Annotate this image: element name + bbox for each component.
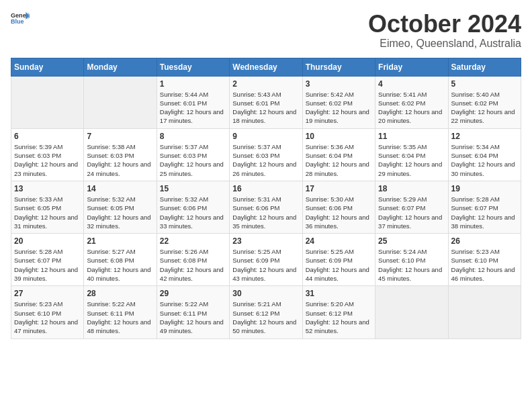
- calendar-cell: 20Sunrise: 5:28 AM Sunset: 6:07 PM Dayli…: [11, 234, 84, 286]
- day-number: 26: [451, 236, 518, 246]
- day-detail: Sunrise: 5:35 AM Sunset: 6:04 PM Dayligh…: [378, 142, 445, 178]
- calendar-cell: 15Sunrise: 5:32 AM Sunset: 6:06 PM Dayli…: [157, 181, 229, 233]
- day-detail: Sunrise: 5:36 AM Sunset: 6:04 PM Dayligh…: [306, 142, 372, 178]
- day-number: 30: [232, 289, 299, 298]
- day-detail: Sunrise: 5:27 AM Sunset: 6:08 PM Dayligh…: [87, 247, 153, 283]
- calendar-cell: 23Sunrise: 5:25 AM Sunset: 6:09 PM Dayli…: [230, 234, 302, 286]
- weekday-header-wednesday: Wednesday: [230, 58, 302, 76]
- calendar-cell: 11Sunrise: 5:35 AM Sunset: 6:04 PM Dayli…: [375, 128, 448, 181]
- weekday-header-tuesday: Tuesday: [157, 58, 229, 76]
- weekday-header-row: SundayMondayTuesdayWednesdayThursdayFrid…: [11, 58, 521, 76]
- day-number: 24: [306, 236, 372, 246]
- title-block: October 2024 Eimeo, Queensland, Australi…: [368, 11, 521, 50]
- calendar-week-1: 1Sunrise: 5:44 AM Sunset: 6:01 PM Daylig…: [11, 76, 521, 128]
- day-detail: Sunrise: 5:37 AM Sunset: 6:03 PM Dayligh…: [232, 142, 299, 178]
- day-detail: Sunrise: 5:24 AM Sunset: 6:10 PM Dayligh…: [378, 247, 445, 283]
- calendar-cell: 17Sunrise: 5:30 AM Sunset: 6:06 PM Dayli…: [302, 181, 375, 233]
- day-detail: Sunrise: 5:30 AM Sunset: 6:06 PM Dayligh…: [306, 195, 372, 230]
- day-detail: Sunrise: 5:26 AM Sunset: 6:08 PM Dayligh…: [160, 247, 226, 283]
- day-detail: Sunrise: 5:22 AM Sunset: 6:11 PM Dayligh…: [87, 300, 153, 335]
- calendar-cell: 21Sunrise: 5:27 AM Sunset: 6:08 PM Dayli…: [84, 234, 157, 286]
- day-number: 23: [232, 236, 299, 246]
- day-detail: Sunrise: 5:32 AM Sunset: 6:05 PM Dayligh…: [87, 195, 153, 230]
- day-number: 3: [306, 79, 372, 89]
- calendar-cell: [375, 286, 448, 338]
- calendar-week-5: 27Sunrise: 5:23 AM Sunset: 6:10 PM Dayli…: [11, 286, 521, 338]
- day-detail: Sunrise: 5:39 AM Sunset: 6:03 PM Dayligh…: [14, 142, 81, 178]
- calendar-cell: 13Sunrise: 5:33 AM Sunset: 6:05 PM Dayli…: [11, 181, 84, 233]
- day-number: 17: [306, 184, 372, 193]
- day-detail: Sunrise: 5:37 AM Sunset: 6:03 PM Dayligh…: [160, 142, 226, 178]
- day-detail: Sunrise: 5:43 AM Sunset: 6:01 PM Dayligh…: [232, 90, 299, 126]
- day-number: 19: [451, 184, 518, 193]
- day-number: 8: [160, 132, 226, 141]
- day-number: 4: [378, 79, 445, 89]
- calendar-cell: 27Sunrise: 5:23 AM Sunset: 6:10 PM Dayli…: [11, 286, 84, 338]
- calendar-cell: 18Sunrise: 5:29 AM Sunset: 6:07 PM Dayli…: [375, 181, 448, 233]
- day-number: 28: [87, 289, 153, 298]
- calendar-cell: 24Sunrise: 5:25 AM Sunset: 6:09 PM Dayli…: [302, 234, 375, 286]
- day-detail: Sunrise: 5:33 AM Sunset: 6:05 PM Dayligh…: [14, 195, 81, 230]
- location-title: Eimeo, Queensland, Australia: [368, 38, 521, 50]
- weekday-header-saturday: Saturday: [448, 58, 521, 76]
- day-number: 29: [160, 289, 226, 298]
- day-detail: Sunrise: 5:40 AM Sunset: 6:02 PM Dayligh…: [451, 90, 518, 126]
- day-number: 18: [378, 184, 445, 193]
- calendar-cell: 26Sunrise: 5:23 AM Sunset: 6:10 PM Dayli…: [448, 234, 521, 286]
- calendar-cell: 7Sunrise: 5:38 AM Sunset: 6:03 PM Daylig…: [84, 128, 157, 181]
- calendar-cell: 31Sunrise: 5:20 AM Sunset: 6:12 PM Dayli…: [302, 286, 375, 338]
- day-number: 20: [14, 236, 81, 246]
- calendar-cell: [84, 76, 157, 128]
- day-number: 2: [232, 79, 299, 89]
- calendar-week-2: 6Sunrise: 5:39 AM Sunset: 6:03 PM Daylig…: [11, 128, 521, 181]
- svg-text:Blue: Blue: [11, 18, 24, 25]
- calendar-cell: [448, 286, 521, 338]
- calendar-cell: 28Sunrise: 5:22 AM Sunset: 6:11 PM Dayli…: [84, 286, 157, 338]
- day-detail: Sunrise: 5:28 AM Sunset: 6:07 PM Dayligh…: [451, 195, 518, 230]
- calendar-cell: 22Sunrise: 5:26 AM Sunset: 6:08 PM Dayli…: [157, 234, 229, 286]
- day-detail: Sunrise: 5:34 AM Sunset: 6:04 PM Dayligh…: [451, 142, 518, 178]
- day-detail: Sunrise: 5:25 AM Sunset: 6:09 PM Dayligh…: [306, 247, 372, 283]
- calendar-cell: 16Sunrise: 5:31 AM Sunset: 6:06 PM Dayli…: [230, 181, 302, 233]
- day-detail: Sunrise: 5:22 AM Sunset: 6:11 PM Dayligh…: [160, 300, 226, 335]
- day-number: 9: [232, 132, 299, 141]
- day-number: 22: [160, 236, 226, 246]
- calendar-cell: 8Sunrise: 5:37 AM Sunset: 6:03 PM Daylig…: [157, 128, 229, 181]
- day-detail: Sunrise: 5:31 AM Sunset: 6:06 PM Dayligh…: [232, 195, 299, 230]
- calendar-cell: 4Sunrise: 5:41 AM Sunset: 6:02 PM Daylig…: [375, 76, 448, 128]
- day-detail: Sunrise: 5:32 AM Sunset: 6:06 PM Dayligh…: [160, 195, 226, 230]
- day-detail: Sunrise: 5:44 AM Sunset: 6:01 PM Dayligh…: [160, 90, 226, 126]
- calendar-cell: 10Sunrise: 5:36 AM Sunset: 6:04 PM Dayli…: [302, 128, 375, 181]
- day-number: 27: [14, 289, 81, 298]
- calendar-cell: 30Sunrise: 5:21 AM Sunset: 6:12 PM Dayli…: [230, 286, 302, 338]
- day-number: 11: [378, 132, 445, 141]
- day-number: 25: [378, 236, 445, 246]
- calendar-cell: [11, 76, 84, 128]
- day-detail: Sunrise: 5:42 AM Sunset: 6:02 PM Dayligh…: [306, 90, 372, 126]
- calendar-week-3: 13Sunrise: 5:33 AM Sunset: 6:05 PM Dayli…: [11, 181, 521, 233]
- day-number: 7: [87, 132, 153, 141]
- calendar-cell: 2Sunrise: 5:43 AM Sunset: 6:01 PM Daylig…: [230, 76, 302, 128]
- calendar-header: SundayMondayTuesdayWednesdayThursdayFrid…: [11, 58, 521, 76]
- day-number: 12: [451, 132, 518, 141]
- logo: General Blue: [11, 11, 30, 26]
- day-number: 21: [87, 236, 153, 246]
- day-number: 14: [87, 184, 153, 193]
- day-detail: Sunrise: 5:25 AM Sunset: 6:09 PM Dayligh…: [232, 247, 299, 283]
- calendar-cell: 1Sunrise: 5:44 AM Sunset: 6:01 PM Daylig…: [157, 76, 229, 128]
- day-detail: Sunrise: 5:20 AM Sunset: 6:12 PM Dayligh…: [306, 300, 372, 335]
- calendar-cell: 29Sunrise: 5:22 AM Sunset: 6:11 PM Dayli…: [157, 286, 229, 338]
- calendar-cell: 9Sunrise: 5:37 AM Sunset: 6:03 PM Daylig…: [230, 128, 302, 181]
- day-number: 15: [160, 184, 226, 193]
- calendar-cell: 25Sunrise: 5:24 AM Sunset: 6:10 PM Dayli…: [375, 234, 448, 286]
- day-number: 5: [451, 79, 518, 89]
- weekday-header-friday: Friday: [375, 58, 448, 76]
- logo-icon: General Blue: [11, 11, 30, 26]
- calendar-table: SundayMondayTuesdayWednesdayThursdayFrid…: [11, 58, 521, 339]
- day-number: 16: [232, 184, 299, 193]
- day-detail: Sunrise: 5:28 AM Sunset: 6:07 PM Dayligh…: [14, 247, 81, 283]
- day-detail: Sunrise: 5:29 AM Sunset: 6:07 PM Dayligh…: [378, 195, 445, 230]
- day-detail: Sunrise: 5:38 AM Sunset: 6:03 PM Dayligh…: [87, 142, 153, 178]
- day-number: 10: [306, 132, 372, 141]
- day-detail: Sunrise: 5:41 AM Sunset: 6:02 PM Dayligh…: [378, 90, 445, 126]
